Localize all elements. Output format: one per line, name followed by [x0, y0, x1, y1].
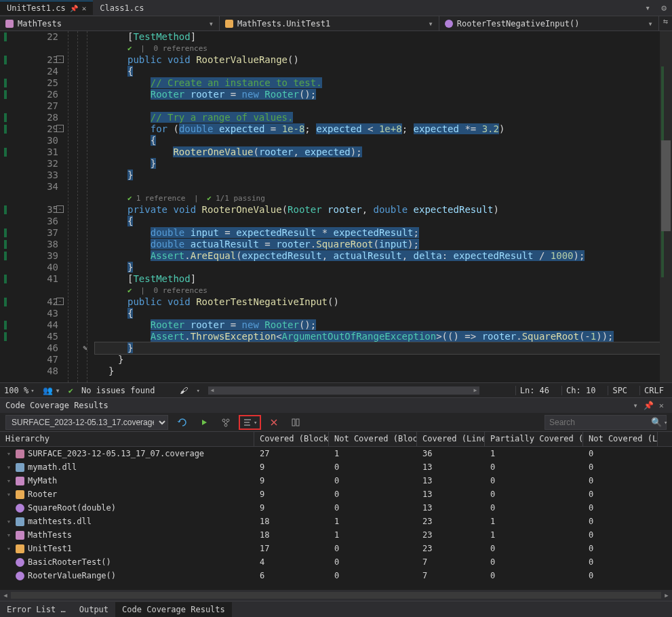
search-input[interactable] [549, 418, 651, 427]
search-box[interactable]: 🔍 ▾ [545, 415, 667, 430]
code-line[interactable]: } [95, 158, 672, 170]
scroll-right-icon[interactable]: ▶ [661, 590, 672, 601]
fold-toggle[interactable]: - [56, 56, 64, 63]
coverage-row[interactable]: ▿mymath.dll901300 [0, 460, 672, 474]
expand-toggle[interactable]: ▿ [5, 532, 12, 538]
expand-toggle[interactable]: ▿ [5, 477, 12, 484]
code-line[interactable]: Assert.AreEqual(expectedResult, actualRe… [95, 250, 672, 262]
chevron-down-icon[interactable]: ▾ [196, 387, 199, 394]
coverage-file-dropdown[interactable]: SURFACE_2023-12-05.13_17.coverage [5, 415, 168, 430]
columns-button[interactable] [288, 416, 303, 429]
code-line[interactable]: // Try a range of values. [95, 112, 672, 123]
code-line[interactable]: RooterOneValue(rooter, expected); [95, 146, 672, 158]
code-line[interactable]: { [95, 308, 672, 319]
coverage-row[interactable]: SquareRoot(double)901300 [0, 501, 672, 515]
scroll-track[interactable] [11, 592, 661, 599]
vertical-scrollbar[interactable] [660, 31, 672, 382]
breadcrumb-namespace[interactable]: MathTests ▾ [0, 16, 220, 31]
line-indicator[interactable]: Ln: 46 [515, 386, 553, 395]
scroll-left-icon[interactable]: ◀ [0, 590, 11, 601]
feedback-dropdown-icon[interactable]: ▾ [56, 386, 60, 395]
code-line[interactable]: Assert.ThrowsException<ArgumentOutOfRang… [95, 331, 672, 342]
code-line[interactable] [95, 100, 672, 112]
expand-toggle[interactable]: ▿ [5, 450, 12, 457]
expand-toggle[interactable]: ▿ [5, 518, 12, 525]
expand-toggle[interactable]: ▿ [5, 491, 12, 498]
col-partial-lines[interactable]: Partially Covered (Lines) [485, 432, 583, 446]
code-line[interactable]: private void RooterOneValue(Rooter roote… [95, 204, 672, 216]
tab-coverage[interactable]: Code Coverage Results [115, 602, 232, 617]
swap-icon[interactable]: ⇆ [659, 16, 672, 31]
zoom-dropdown[interactable]: 100 % ▾ [4, 386, 35, 395]
import-button[interactable] [175, 416, 190, 429]
pin-icon[interactable]: 📌 [641, 401, 656, 410]
tab-output[interactable]: Output [73, 602, 115, 617]
col-hierarchy[interactable]: Hierarchy [0, 432, 254, 446]
code-line[interactable]: public void RooterValueRange() [95, 54, 672, 66]
scroll-thumb[interactable] [661, 140, 671, 232]
gear-icon[interactable]: ⚙ [656, 3, 672, 13]
expand-toggle[interactable]: ▿ [5, 464, 12, 471]
code-line[interactable]: } [95, 170, 672, 181]
feedback-icon[interactable]: 👥 [43, 386, 53, 395]
code-line[interactable]: ✔ | 0 references [95, 285, 672, 296]
expand-toggle[interactable]: ▿ [5, 545, 12, 552]
line-ending[interactable]: CRLF [639, 386, 668, 395]
fold-toggle[interactable]: - [56, 205, 64, 213]
col-covered-lines[interactable]: Covered (Lines) [417, 432, 485, 446]
code-line[interactable]: for (double expected = 1e-8; expected < … [95, 123, 672, 135]
merge-button[interactable] [218, 416, 233, 429]
remove-button[interactable] [266, 416, 281, 429]
coverage-row[interactable]: ▿SURFACE_2023-12-05.13_17_07.coverage271… [0, 447, 672, 460]
col-notcovered-blocks[interactable]: Not Covered (Blocks) [329, 432, 417, 446]
coverage-row[interactable]: ▿Rooter901300 [0, 487, 672, 501]
code-line[interactable]: double input = expectedResult * expected… [95, 227, 672, 239]
col-notcovered-lines[interactable]: Not Covered (Lines) [583, 432, 658, 446]
col-covered-blocks[interactable]: Covered (Blocks) [254, 432, 329, 446]
search-icon[interactable]: 🔍 [651, 417, 662, 427]
code-line[interactable]: [TestMethod] [95, 273, 672, 285]
code-line[interactable] [95, 181, 672, 193]
export-button[interactable] [197, 416, 212, 429]
close-icon[interactable]: ✕ [82, 4, 87, 13]
scroll-right-icon[interactable]: ▶ [471, 386, 479, 395]
code-line[interactable]: ✎} [95, 342, 672, 354]
code-line[interactable]: } [95, 354, 672, 365]
show-coloring-button[interactable]: ▾ [240, 416, 260, 429]
pencil-icon[interactable]: ✎ [83, 342, 87, 354]
code-line[interactable]: { [95, 216, 672, 227]
code-line[interactable]: Rooter rooter = new Rooter(); [95, 319, 672, 331]
code-line[interactable]: } [95, 365, 672, 377]
coverage-row[interactable]: ▿UnitTest11702300 [0, 542, 672, 555]
column-indicator[interactable]: Ch: 10 [561, 386, 599, 395]
coverage-row[interactable]: RooterValueRange()60700 [0, 569, 672, 582]
code-line[interactable]: { [95, 135, 672, 146]
code-line[interactable]: } [95, 262, 672, 273]
breadcrumb-class[interactable]: MathTests.UnitTest1 ▾ [220, 16, 439, 31]
code-editor[interactable]: 2223-242526272829-303132333435-363738394… [0, 31, 672, 382]
coverage-row[interactable]: BasicRooterTest()40700 [0, 555, 672, 569]
tab-overflow-icon[interactable]: ▾ [639, 3, 656, 13]
code-line[interactable]: Rooter rooter = new Rooter(); [95, 89, 672, 100]
fold-toggle[interactable]: - [56, 298, 64, 305]
code-line[interactable]: // Create an instance to test. [95, 77, 672, 89]
tab-unittest1[interactable]: UnitTest1.cs 📌 ✕ [0, 1, 93, 15]
code-area[interactable]: [TestMethod]✔ | 0 referencespublic void … [95, 31, 672, 382]
pin-icon[interactable]: 📌 [70, 5, 78, 12]
indent-mode[interactable]: SPC [608, 386, 631, 395]
code-line[interactable]: { [95, 66, 672, 77]
horizontal-scrollbar[interactable]: ◀ ▶ [208, 386, 479, 395]
chevron-down-icon[interactable]: ▾ [664, 419, 667, 426]
breadcrumb-method[interactable]: RooterTestNegativeInput() ▾ [439, 16, 659, 31]
code-line[interactable]: ✔ | 0 references [95, 43, 672, 54]
tab-class1[interactable]: Class1.cs [93, 1, 151, 15]
close-icon[interactable]: ✕ [656, 401, 667, 410]
panel-horizontal-scrollbar[interactable]: ◀ ▶ [0, 590, 672, 601]
brush-icon[interactable]: 🖌 [180, 386, 188, 395]
scroll-left-icon[interactable]: ◀ [208, 386, 216, 395]
coverage-row[interactable]: ▿MyMath901300 [0, 474, 672, 487]
code-line[interactable]: public void RooterTestNegativeInput() [95, 296, 672, 308]
health-status[interactable]: No issues found [81, 386, 155, 395]
dropdown-icon[interactable]: ▾ [631, 401, 641, 410]
code-line[interactable]: [TestMethod] [95, 31, 672, 43]
